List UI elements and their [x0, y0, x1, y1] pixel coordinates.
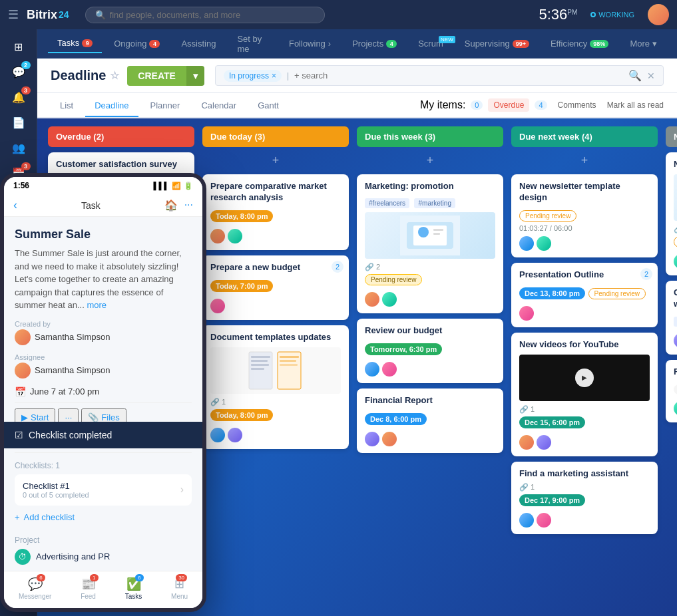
card-avatars: [674, 254, 677, 269]
card-count: 🔗 1: [210, 398, 341, 406]
column-week: Due this week (3) + Marketing: promotion…: [357, 126, 503, 608]
battery-icon: 🔋: [184, 182, 193, 190]
bottom-tab-menu[interactable]: ⊞ 30 Menu: [171, 577, 188, 600]
new-badge: NEW: [439, 36, 455, 43]
card-presentation[interactable]: 2 Presentation Outline Dec 13, 8:00 pm P…: [511, 263, 658, 327]
card-avatars: [210, 428, 341, 442]
tab-efficiency[interactable]: Efficiency 98%: [541, 35, 618, 53]
tab-projects[interactable]: Projects 4: [343, 35, 406, 53]
checklists-header: Checklists: 1: [15, 461, 192, 470]
created-by-value: Samantha Simpson: [15, 329, 192, 345]
filter-area: In progress × | 🔍 ✕: [215, 65, 664, 86]
app-logo: Bitrix 24: [27, 8, 69, 22]
card-market-research[interactable]: Prepare comparative market research anal…: [202, 174, 349, 250]
sidebar-icon-chat[interactable]: 💬2: [5, 60, 32, 84]
home-icon[interactable]: 🏠: [164, 199, 178, 212]
card-doc-templates[interactable]: Document templates updates: [202, 325, 349, 449]
filter-plus: |: [287, 71, 289, 80]
tab-more[interactable]: More ▾: [620, 35, 666, 53]
filter-tag-in-progress[interactable]: In progress ×: [224, 70, 282, 82]
avatar: [365, 292, 379, 307]
checklists-section: Checklists: 1 Checklist #1 0 out of 5 co…: [15, 461, 192, 525]
comments-filter[interactable]: Comments: [553, 98, 602, 112]
add-card-today[interactable]: +: [202, 152, 349, 169]
main-tabs-bar: Tasks 9 Ongoing 4 Assisting Set by me Fo…: [37, 29, 677, 59]
checklist-completed-notification: ☑ Checklist completed: [4, 422, 202, 448]
card-review-budget[interactable]: Review our budget Tomorrow, 6:30 pm: [357, 319, 503, 383]
card-newsletter-template[interactable]: New newsletter template design Pending r…: [511, 174, 658, 257]
col-header-next-week: Due next week (4): [511, 126, 658, 147]
overdue-filter[interactable]: Overdue: [488, 98, 529, 112]
sidebar-icon-grid[interactable]: ⊞: [5, 35, 32, 59]
filter-remove-icon[interactable]: ×: [272, 71, 276, 80]
checklist-item-1[interactable]: Checklist #1 0 out of 5 completed ›: [15, 474, 192, 506]
read-more-link[interactable]: more: [87, 300, 107, 310]
card-financial-report[interactable]: Financial Report Dec 8, 6:00 pm: [357, 388, 503, 453]
back-button[interactable]: ‹: [13, 198, 17, 212]
sub-tab-deadline[interactable]: Deadline: [85, 95, 138, 117]
add-card-week[interactable]: +: [357, 152, 503, 169]
sub-tabs-bar: List Deadline Planner Calendar Gantt My …: [37, 93, 677, 118]
signal-icon: ▌▌▌: [154, 182, 169, 190]
create-dropdown-button[interactable]: ▾: [186, 66, 204, 86]
card-avatars: [365, 292, 495, 307]
tab-following[interactable]: Following ›: [280, 35, 340, 53]
more-options-icon[interactable]: ···: [184, 199, 193, 212]
avatar: [674, 333, 677, 348]
star-icon[interactable]: ☆: [110, 69, 119, 82]
page-header: Deadline ☆ CREATE ▾ In progress × | 🔍 ✕: [37, 59, 677, 93]
avatar: [210, 299, 225, 313]
card-avatars: [519, 236, 650, 251]
avatar: [210, 428, 225, 442]
svg-rect-8: [280, 364, 298, 366]
mobile-bottom-nav: 💬 6 Messenger 📰 1 Feed ✅ 6 Tasks ⊞ 30 M: [4, 571, 202, 608]
bottom-tab-feed[interactable]: 📰 1 Feed: [81, 577, 96, 600]
filter-close-icon[interactable]: ✕: [647, 71, 655, 81]
bottom-tab-tasks[interactable]: ✅ 6 Tasks: [125, 577, 142, 600]
card-youtube-videos[interactable]: New videos for YouTube ▶ 🔗 1 Dec 15, 6:0…: [511, 333, 658, 456]
global-search[interactable]: 🔍: [85, 7, 325, 23]
sidebar-icon-file[interactable]: 📄: [5, 110, 32, 134]
svg-rect-6: [280, 356, 299, 358]
card-count: 🔗 1: [519, 405, 650, 414]
tab-ongoing[interactable]: Ongoing 4: [105, 35, 169, 53]
tab-set-by-me[interactable]: Set by me: [228, 30, 277, 58]
hamburger-icon[interactable]: ☰: [8, 7, 19, 22]
card-newsletter-img: [674, 174, 677, 221]
bottom-tab-messenger[interactable]: 💬 6 Messenger: [19, 577, 51, 600]
tab-tasks[interactable]: Tasks 9: [48, 34, 102, 53]
sub-tab-gantt[interactable]: Gantt: [248, 95, 288, 116]
svg-rect-14: [433, 233, 440, 235]
add-card-next-week[interactable]: +: [511, 152, 658, 169]
create-button[interactable]: CREATE: [127, 66, 186, 86]
filter-search-icon: 🔍: [628, 69, 642, 82]
column-next-week: Due next week (4) + New newsletter templ…: [511, 126, 658, 608]
svg-rect-13: [433, 229, 443, 231]
column-today: Due today (3) + Prepare comparative mark…: [202, 126, 349, 608]
mobile-nav-bar: ‹ Task 🏠 ···: [4, 194, 202, 217]
play-icon: ▶: [575, 369, 594, 387]
card-marketing-assistant[interactable]: Find a marketing assistant 🔗 1 Dec 17, 9…: [511, 462, 658, 535]
svg-rect-4: [251, 368, 264, 370]
tab-assisting[interactable]: Assisting: [172, 35, 225, 53]
card-new-budget[interactable]: 2 Prepare a new budget Today, 7:00 pm: [202, 255, 349, 320]
project-item[interactable]: ⏱ Advertising and PR: [15, 549, 192, 565]
avatar: [537, 513, 551, 528]
sub-tab-planner[interactable]: Planner: [141, 95, 190, 116]
card-marketing-promo[interactable]: Marketing: promotion #freelancers #marke…: [357, 174, 503, 313]
tab-scrum[interactable]: Scrum NEW: [409, 35, 453, 53]
card-collect-cust[interactable]: Collect cust... on the website #feedback…: [666, 281, 677, 355]
tab-supervising[interactable]: Supervising 99+: [455, 35, 539, 53]
user-avatar[interactable]: [648, 4, 669, 25]
card-find-brand[interactable]: Find brand am... No deadline: [666, 360, 677, 422]
sidebar-icon-people[interactable]: 👥: [5, 136, 32, 160]
filter-search-input[interactable]: [294, 71, 623, 80]
mark-all-read-button[interactable]: Mark all as read: [607, 100, 664, 110]
card-avatars: [210, 299, 341, 313]
card-newsletter[interactable]: Newsletter te... 🔗 1 Pending review: [666, 152, 677, 275]
sub-tab-list[interactable]: List: [51, 95, 83, 116]
sub-tab-calendar[interactable]: Calendar: [192, 95, 246, 116]
search-input[interactable]: [110, 10, 315, 20]
add-checklist-button[interactable]: + Add checklist: [15, 510, 192, 525]
sidebar-icon-bell[interactable]: 🔔3: [5, 85, 32, 109]
